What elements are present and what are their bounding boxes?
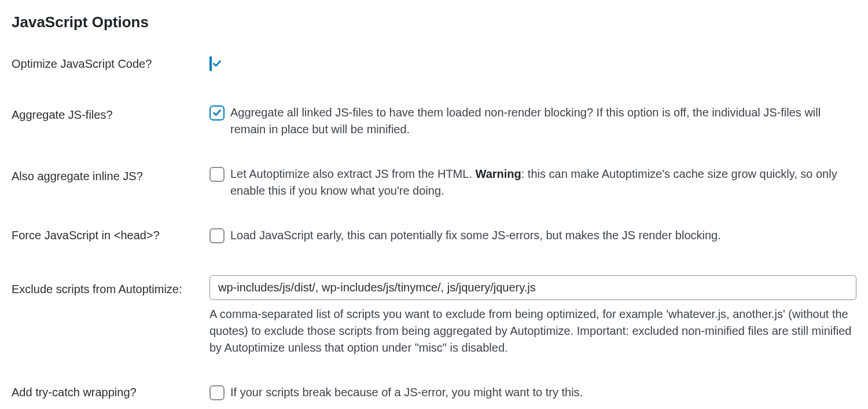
label-force-head: Force JavaScript in <head>?: [12, 227, 209, 247]
checkbox-trycatch[interactable]: [209, 385, 225, 400]
desc-force-head: Load JavaScript early, this can potentia…: [230, 227, 721, 244]
desc-aggregate-inline: Let Autoptimize also extract JS from the…: [230, 166, 856, 199]
input-exclude-scripts[interactable]: [209, 275, 856, 300]
row-force-head: Force JavaScript in <head>? Load JavaScr…: [12, 227, 856, 247]
desc-aggregate-js: Aggregate all linked JS-files to have th…: [230, 104, 856, 138]
checkbox-aggregate-js[interactable]: [209, 105, 225, 120]
help-exclude: A comma-separated list of scripts you wa…: [209, 306, 856, 356]
label-aggregate-inline: Also aggregate inline JS?: [12, 166, 209, 199]
label-optimize-js: Optimize JavaScript Code?: [12, 56, 209, 72]
row-trycatch: Add try-catch wrapping? If your scripts …: [12, 384, 856, 404]
checkbox-force-head[interactable]: [209, 228, 225, 243]
checkbox-optimize-js[interactable]: [209, 56, 212, 71]
row-aggregate-js: Aggregate JS-files? Aggregate all linked…: [12, 104, 856, 138]
desc-trycatch: If your scripts break because of a JS-er…: [230, 384, 583, 401]
row-aggregate-inline: Also aggregate inline JS? Let Autoptimiz…: [12, 166, 856, 199]
row-exclude: Exclude scripts from Autoptimize: A comm…: [12, 275, 856, 356]
options-table: Optimize JavaScript Code? Aggregate JS-f…: [12, 56, 856, 404]
label-trycatch: Add try-catch wrapping?: [12, 384, 209, 404]
section-title: JavaScript Options: [12, 12, 856, 32]
label-aggregate-js: Aggregate JS-files?: [12, 104, 209, 138]
label-exclude: Exclude scripts from Autoptimize:: [12, 275, 209, 356]
row-optimize-js: Optimize JavaScript Code?: [12, 56, 856, 72]
checkbox-aggregate-inline[interactable]: [209, 167, 225, 182]
